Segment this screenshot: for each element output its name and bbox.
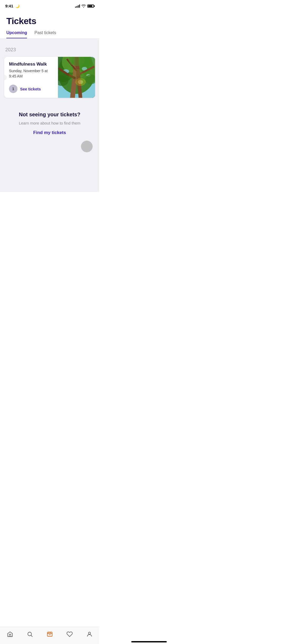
tab-upcoming[interactable]: Upcoming: [6, 30, 27, 38]
event-image: [58, 57, 95, 98]
event-date: Sunday, November 5 at 9:45 AM: [9, 68, 54, 79]
not-seeing-title: Not seeing your tickets?: [11, 112, 89, 118]
event-card[interactable]: Mindfulness Walk Sunday, November 5 at 9…: [4, 57, 95, 98]
moon-icon: 🌙: [15, 4, 20, 8]
svg-point-11: [58, 75, 69, 86]
not-seeing-subtitle: Learn more about how to find them: [11, 120, 89, 126]
content-area: 2023 Mindfulness Walk Sunday, November 5…: [0, 39, 99, 192]
status-time-area: 9:41 🌙: [5, 4, 20, 8]
tabs-container: Upcoming Past tickets: [0, 26, 99, 38]
wifi-icon: [82, 4, 86, 8]
page-title: Tickets: [6, 16, 93, 26]
status-bar: 9:41 🌙: [0, 0, 99, 11]
svg-point-15: [78, 80, 83, 84]
ticket-count-badge: 1: [9, 85, 17, 93]
battery-icon: [87, 4, 94, 8]
status-time: 9:41: [5, 4, 13, 8]
signal-icon: [75, 4, 80, 8]
ticket-count-row: 1 See tickets: [9, 85, 54, 93]
event-card-content: Mindfulness Walk Sunday, November 5 at 9…: [4, 57, 58, 98]
event-name: Mindfulness Walk: [9, 62, 54, 67]
status-icons: [75, 4, 94, 8]
year-label: 2023: [4, 47, 95, 53]
svg-point-8: [82, 67, 87, 71]
find-tickets-link[interactable]: Find my tickets: [33, 130, 66, 135]
see-tickets-link[interactable]: See tickets: [20, 87, 41, 91]
tab-past-tickets[interactable]: Past tickets: [34, 30, 56, 38]
page-header: Tickets: [0, 11, 99, 26]
not-seeing-section: Not seeing your tickets? Learn more abou…: [4, 101, 95, 143]
float-circle: [81, 141, 93, 152]
svg-point-14: [75, 78, 86, 86]
